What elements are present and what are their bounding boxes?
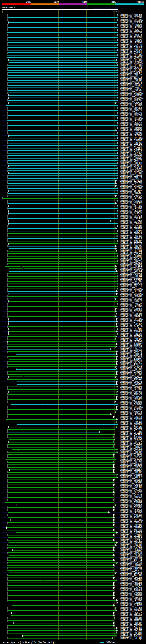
svg-text:~40%: ~40%	[52, 0, 59, 4]
svg-text:(in Query)/: (in Query)/	[20, 641, 35, 644]
svg-text:20%: 20%	[26, 0, 31, 4]
svg-text:AV638872: AV638872	[2, 6, 15, 9]
svg-text:~60%: ~60%	[81, 0, 87, 4]
svg-text:Large gaps:: Large gaps:	[1, 641, 17, 644]
svg-text:413|: 413|	[113, 10, 119, 13]
svg-text:|1: |1	[1, 10, 5, 13]
svg-text:=100char.: =100char.	[105, 641, 117, 644]
svg-text:~80%: ~80%	[109, 0, 116, 4]
svg-text:(in Subject): (in Subject)	[37, 641, 54, 644]
svg-text:UniRef100_B7FPQ0: UniRef100_B7FPQ0	[120, 637, 142, 640]
svg-text:~100%: ~100%	[136, 0, 144, 4]
